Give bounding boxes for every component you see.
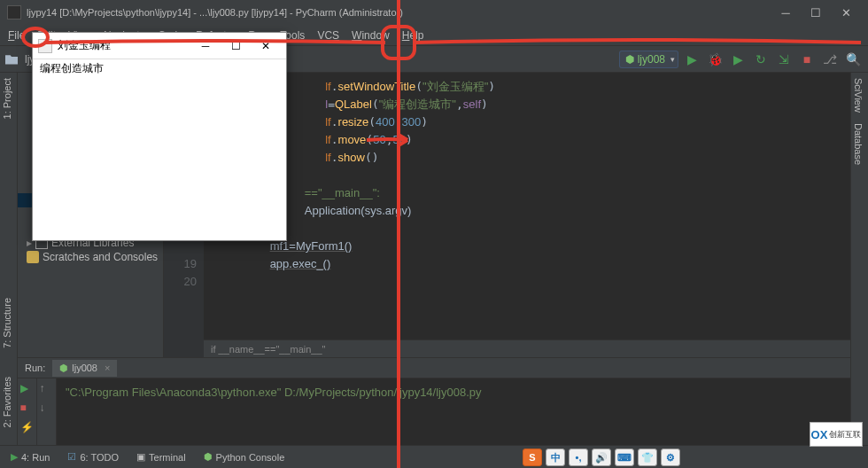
child-window-title: 刘金玉编程 [58,38,190,53]
run-tabs: Run: ⬢ ljy008 × [18,358,850,378]
tab-sciview[interactable]: SciView [851,73,865,118]
child-window[interactable]: 刘金玉编程 ─ ☐ ✕ 编程创造城市 [32,32,287,241]
run-tab-active[interactable]: ⬢ ljy008 × [52,360,117,377]
sb-python-console[interactable]: ⬢Python Console [197,451,292,463]
ime-sound[interactable]: 🔊 [592,448,611,466]
menu-file[interactable]: File [2,27,31,43]
folder-icon [5,54,18,65]
profile-button[interactable]: ↻ [751,50,771,69]
tab-favorites[interactable]: 2: Favorites [0,371,14,433]
status-bar: ▶4: Run ☑6: TODO ▣Terminal ⬢Python Conso… [0,445,868,468]
python-icon: ⬢ [59,363,68,374]
run-button[interactable]: ▶ [682,50,701,69]
child-window-titlebar[interactable]: 刘金玉编程 ─ ☐ ✕ [33,33,286,59]
tree-scratches[interactable]: Scratches and Consoles [18,250,163,264]
child-maximize-button[interactable]: ☐ [221,35,251,57]
editor-breadcrumb[interactable]: if __name__=="__main__" [204,339,850,357]
run-tab-label: ljy008 [72,363,97,373]
line-number: 20 [164,273,197,291]
maximize-button[interactable]: ☐ [801,3,831,22]
app-icon [7,5,21,20]
sb-terminal[interactable]: ▣Terminal [129,451,193,463]
sb-todo[interactable]: ☑6: TODO [60,451,126,463]
ime-settings[interactable]: ⚙ [661,448,680,466]
debug-button[interactable]: 🐞 [705,50,725,69]
ime-skin[interactable]: 👕 [638,448,657,466]
window-title: ljypy14 [D:\MyProjects\python\ljypy14] -… [27,7,771,18]
run-config-label: ljy008 [638,53,665,66]
breadcrumb-text: if __name__=="__main__" [211,344,326,355]
close-tab-icon[interactable]: × [105,363,110,373]
right-tool-stripe: SciView Database [850,73,868,445]
tab-structure[interactable]: 7: Structure [0,292,14,354]
left-tool-stripe: 1: Project 7: Structure 2: Favorites [0,73,18,445]
python-icon: ⬢ [625,53,634,66]
run-label: Run: [18,363,52,373]
ime-toolbar[interactable]: S 中 •, 🔊 ⌨ 👕 ⚙ [523,448,680,466]
git-button[interactable]: ⎇ [820,50,840,69]
editor-content[interactable]: lf.setWindowTitle("刘金玉编程") l=QLabel("编程创… [204,73,850,357]
scratch-icon [27,251,39,263]
watermark: OX 创新互联 [810,422,863,447]
ime-punct[interactable]: •, [569,448,588,466]
child-close-button[interactable]: ✕ [251,35,281,57]
run-side-toolbar: ▶ ■ ⚡ [18,378,37,445]
search-everywhere-button[interactable]: 🔍 [843,50,863,69]
menu-window[interactable]: Window [345,27,396,43]
child-label: 编程创造城市 [33,59,286,78]
minimize-button[interactable]: ─ [771,3,801,22]
child-minimize-button[interactable]: ─ [190,35,221,57]
tree-label: Scratches and Consoles [43,251,158,263]
rerun-button[interactable]: ▶ [20,382,35,396]
stop-button[interactable]: ■ [797,50,817,69]
run-tool-window: Run: ⬢ ljy008 × ▶ ■ ⚡ ↑ ↓ "C:\Program Fi… [18,357,850,445]
sb-run[interactable]: ▶4: Run [4,451,57,463]
menu-help[interactable]: Help [396,27,430,43]
watermark-prefix: OX [811,428,828,441]
stop-run-button[interactable]: ■ [20,402,35,416]
run-settings-button[interactable]: ⚡ [20,421,35,435]
window-titlebar: ljypy14 [D:\MyProjects\python\ljypy14] -… [0,0,868,25]
ime-lang[interactable]: 中 [546,448,565,466]
run-config-selector[interactable]: ⬢ ljy008 [619,51,678,68]
run-side-toolbar-2: ↑ ↓ [37,378,57,445]
up-button[interactable]: ↑ [40,382,54,396]
run-output[interactable]: "C:\Program Files\Anaconda3\python.exe" … [57,378,850,445]
down-button[interactable]: ↓ [40,402,54,416]
attach-button[interactable]: ⇲ [774,50,794,69]
coverage-button[interactable]: ▶ [728,50,748,69]
ime-logo[interactable]: S [523,448,542,466]
ime-softkb[interactable]: ⌨ [615,448,634,466]
watermark-text: 创新互联 [829,429,861,441]
line-number: 19 [164,255,197,273]
close-button[interactable]: ✕ [831,3,861,22]
tab-database[interactable]: Database [851,118,865,170]
menu-vcs[interactable]: VCS [311,27,345,43]
tab-project[interactable]: 1: Project [0,73,14,124]
child-window-icon [38,39,52,53]
